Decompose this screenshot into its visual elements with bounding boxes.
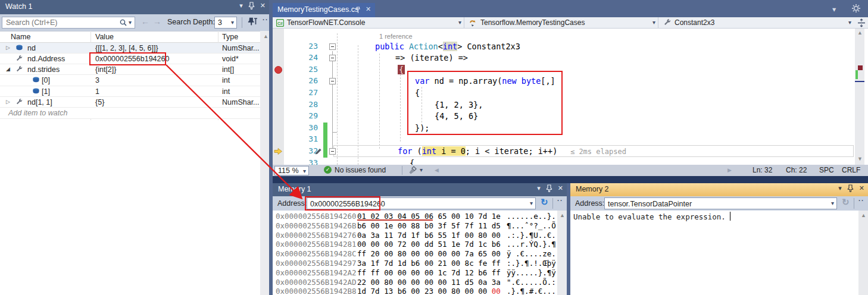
document-tab[interactable]: MemoryTestingCases.cs ✕ — [273, 3, 375, 17]
fold-toggle-icon[interactable] — [329, 55, 336, 61]
field-icon — [32, 76, 40, 83]
hscroll-right-icon[interactable]: ▶ — [728, 167, 732, 173]
memory-ascii: :.}.¶.!.Œþÿ — [507, 259, 556, 268]
line-number: 27 — [289, 88, 318, 97]
search-input[interactable]: Search (Ctrl+E) ▾ — [2, 17, 135, 29]
broom-dropdown-icon[interactable]: ▾ — [420, 167, 423, 173]
member-dropdown[interactable]: Constant2x3 ▾ — [659, 17, 854, 29]
pin-icon[interactable] — [248, 2, 255, 10]
code-line[interactable]: { — [398, 65, 405, 74]
pin-icon[interactable] — [847, 184, 854, 192]
code-token: { — [398, 65, 405, 74]
memory1-titlebar[interactable]: Memory 1 ▾ ✕ — [273, 183, 567, 196]
close-icon[interactable]: ✕ — [558, 184, 563, 192]
chevron-down-icon[interactable]: ▾ — [537, 184, 541, 192]
watch-row-value: {int[2]} — [95, 65, 116, 74]
fold-toggle-icon[interactable] — [329, 43, 336, 50]
memory-address: 0x000002556B19426B — [276, 221, 356, 230]
gear-icon[interactable] — [851, 4, 861, 13]
collapse-icon[interactable]: ◢ — [6, 66, 10, 72]
memory-bytes: b6 00 1e 00 88 b0 3f 5f 7f 11 d5 — [357, 221, 501, 230]
expand-icon[interactable]: ▷ — [6, 99, 10, 105]
watch-row[interactable]: [1]1int — [0, 86, 260, 97]
memory-address: 0x000002556B194260 — [276, 212, 356, 221]
tab-pin-icon[interactable] — [355, 7, 361, 14]
memory2-overflow-icon[interactable]: .. — [858, 195, 864, 202]
zoom-select[interactable]: 115 % ▾ — [274, 166, 309, 175]
class-icon — [469, 19, 477, 27]
watch-col-name[interactable]: Name — [11, 33, 30, 41]
code-line[interactable]: for (int i = 0; i < iterate; i++) ≤ 2ms … — [398, 146, 626, 156]
code-token: { — [410, 158, 414, 165]
scrollbar-breakpoint-mark — [858, 65, 863, 70]
watch-col-value[interactable]: Value — [95, 33, 114, 41]
chevron-down-icon[interactable]: ▾ — [239, 2, 243, 10]
back-arrow-icon[interactable]: ← — [141, 17, 149, 26]
memory2-titlebar[interactable]: Memory 2 ▾ ✕ — [570, 183, 868, 196]
watch-row-name: nd — [27, 44, 36, 52]
watch-col-type[interactable]: Type — [222, 33, 238, 41]
refresh-icon[interactable]: ↻ — [541, 197, 548, 208]
code-token: > Constant2x3 — [457, 42, 520, 51]
window-splitter[interactable] — [273, 176, 868, 183]
memory-bytes: 1d 7d 13 b6 00 23 00 80 00 00 00 — [357, 287, 501, 295]
tab-close-icon[interactable]: ✕ — [366, 5, 371, 13]
pin-icon[interactable] — [546, 184, 552, 192]
type-dropdown[interactable]: Tensorflow.MemoryTestingCases ▾ — [465, 17, 658, 29]
watch-titlebar[interactable]: Watch 1 ▾ ✕ — [0, 0, 269, 14]
hscroll-left-icon[interactable]: ◀ — [435, 167, 439, 173]
line-number: 32 — [289, 146, 318, 155]
memory2-scrollbar[interactable]: ▲ — [858, 211, 868, 295]
check-icon: ✓ — [324, 166, 332, 174]
watch-row[interactable]: ◢nd.strides{int[2]}int[] — [0, 64, 260, 75]
watch-scroll-up-icon[interactable]: ▲ — [263, 33, 268, 39]
watch-scrollbar[interactable] — [260, 31, 269, 295]
memory1-scrollbar[interactable]: ▲ — [557, 211, 567, 295]
memory2-address-input[interactable]: tensor.TensorDataPointer ▾ — [604, 197, 837, 209]
close-icon[interactable]: ✕ — [260, 2, 266, 10]
code-line[interactable]: public Action<int> Constant2x3 — [375, 42, 520, 51]
watch-row[interactable]: [0]3int — [0, 75, 260, 86]
editor-chevron-down-icon[interactable]: ▾ — [832, 5, 836, 14]
project-dropdown[interactable]: C# TensorFlowNET.Console ▾ — [273, 17, 464, 29]
code-line[interactable]: => (iterate) => — [395, 53, 468, 62]
search-dropdown-icon[interactable]: ▾ — [129, 19, 132, 26]
broom-icon[interactable] — [408, 166, 417, 175]
issues-status[interactable]: No issues found — [335, 166, 386, 174]
memory2-panel: Memory 2 ▾ ✕ Address: tensor.TensorDataP… — [570, 183, 868, 295]
memory2-content[interactable]: Unable to evaluate the expression. — [570, 211, 858, 295]
pin-to-source-icon[interactable] — [246, 17, 258, 27]
search-icon[interactable] — [119, 18, 127, 27]
refresh-icon-disabled: ↻ — [842, 197, 850, 208]
close-icon[interactable]: ✕ — [859, 184, 864, 192]
code-token: int — [443, 42, 457, 51]
code-token: public — [375, 42, 409, 51]
memory1-overflow-icon[interactable]: .. — [557, 195, 563, 202]
editor-body[interactable]: 1 reference 23public Action<int> Constan… — [273, 29, 868, 165]
memory-address: 0x000002556B194281 — [276, 240, 356, 249]
code-token: ; i < iterate; i++) — [466, 146, 557, 156]
code-token: for — [398, 146, 412, 156]
fold-toggle-icon[interactable] — [329, 148, 336, 155]
editor-vscrollbar[interactable]: ▲ ▼ — [855, 29, 864, 165]
breakpoint-margin[interactable] — [273, 29, 284, 165]
watch-title: Watch 1 — [5, 2, 32, 11]
line-number: 24 — [289, 53, 318, 62]
search-depth-select[interactable]: 3 ▾ — [214, 17, 237, 29]
watch-add-row[interactable]: Add item to watch — [0, 108, 260, 118]
split-window-icon[interactable] — [857, 18, 866, 27]
expand-icon[interactable]: ▷ — [6, 45, 10, 51]
memory-bytes-changed: 00 — [487, 287, 501, 295]
fold-toggle-icon[interactable] — [329, 78, 336, 84]
scrollbar-change-mark — [855, 70, 858, 79]
breakpoint-icon[interactable] — [274, 66, 282, 74]
memory-ascii: ".€.....Õ.: — [507, 278, 556, 287]
chevron-down-icon[interactable]: ▾ — [838, 184, 842, 192]
status-line: Ln: 32 — [753, 166, 772, 174]
line-number: 29 — [289, 111, 318, 120]
codelens-reference[interactable]: 1 reference — [379, 33, 413, 40]
watch-row[interactable]: ▷nd[1, 1]{5}NumShar... — [0, 97, 260, 108]
code-line[interactable]: { — [410, 158, 414, 165]
forward-arrow-icon[interactable]: → — [153, 17, 161, 26]
watch-overflow-icon[interactable]: .. — [263, 14, 268, 21]
